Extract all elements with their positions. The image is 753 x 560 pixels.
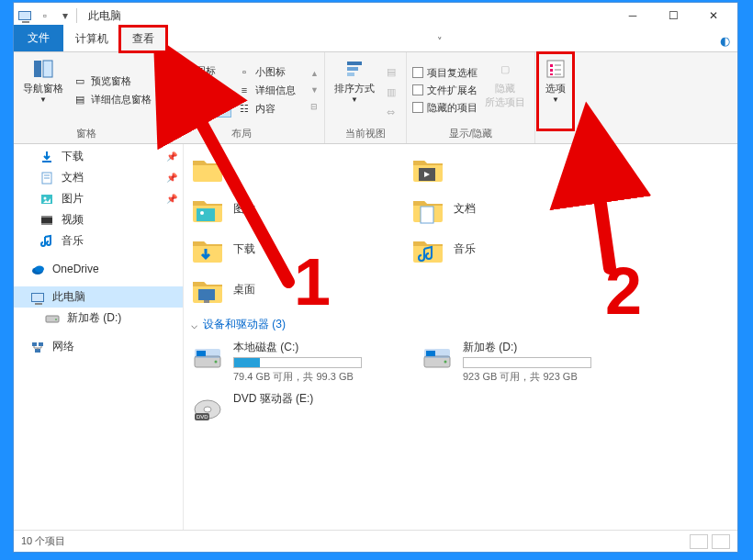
group-options: 选项 ▼	[535, 52, 576, 143]
group-label-show-hide: 显示/隐藏	[412, 124, 529, 143]
options-button[interactable]: 选项 ▼	[541, 56, 570, 127]
sidebar-item-音乐[interactable]: 音乐	[14, 230, 183, 252]
folder-item-图片[interactable]: 图片	[185, 188, 406, 229]
sort-button[interactable]: 排序方式 ▼	[331, 56, 378, 124]
group-by-button[interactable]: ▤	[382, 63, 400, 80]
tab-view[interactable]: 查看	[120, 27, 166, 51]
svg-point-22	[35, 266, 44, 273]
sidebar-item-OneDrive[interactable]: OneDrive	[14, 259, 183, 279]
separator	[76, 8, 77, 23]
checkbox-file-ext[interactable]: 文件扩展名	[412, 83, 478, 98]
tab-file[interactable]: 文件	[14, 25, 63, 51]
qat-dropdown-icon[interactable]: ▾	[58, 8, 73, 23]
pin-icon: 📌	[166, 173, 177, 183]
layout-list-button[interactable]: ☰列表	[165, 81, 231, 97]
layout-small-button[interactable]: ▫小图标	[235, 63, 307, 80]
status-text: 10 个项目	[21, 534, 65, 548]
drive-icon	[421, 340, 454, 373]
statusbar: 10 个项目	[14, 530, 737, 552]
content-area: 下载📌文档📌图片📌视频音乐OneDrive此电脑新加卷 (D:)网络 图片文档下…	[14, 144, 737, 530]
drive-usage-bar	[463, 357, 591, 368]
drive-item-DVD 驱动器 (E:)[interactable]: DVDDVD 驱动器 (E:)	[185, 387, 415, 428]
svg-rect-7	[550, 69, 553, 72]
layout-content-button[interactable]: ☷内容	[235, 100, 307, 117]
svg-rect-0	[34, 61, 41, 77]
sidebar-item-视频[interactable]: 视频	[14, 209, 183, 230]
group-label-layout: 布局	[165, 124, 319, 143]
details-pane-icon: ▤	[73, 92, 87, 106]
group-current-view: 排序方式 ▼ ▤ ▥ ⇔ 当前视图	[325, 52, 407, 143]
file-explorer-window: ▫ ▾ 此电脑 ─ ☐ ✕ 文件 计算机 查看 ˅ ◐ 导航窗格 ▼	[13, 2, 738, 553]
svg-rect-38	[197, 351, 206, 356]
layout-scroll-up-icon[interactable]: ▲	[310, 69, 319, 78]
layout-expand-icon[interactable]: ⊟	[310, 102, 319, 111]
chevron-down-icon: ⌵	[191, 319, 197, 331]
sidebar-item-此电脑[interactable]: 此电脑	[14, 286, 183, 308]
svg-point-40	[444, 361, 447, 364]
size-columns-button[interactable]: ⇔	[382, 104, 400, 120]
folder-icon	[191, 151, 224, 185]
preview-pane-button[interactable]: ▭ 预览窗格	[71, 73, 153, 89]
svg-rect-4	[347, 73, 354, 76]
nav-pane-button[interactable]: 导航窗格 ▼	[19, 56, 67, 124]
group-label-panes: 窗格	[19, 124, 153, 143]
close-button[interactable]: ✕	[693, 3, 734, 28]
devices-section-header[interactable]: ⌵设备和驱动器 (3)	[185, 309, 736, 336]
hide-icon: ▢	[494, 58, 516, 80]
folder-item-unnamed[interactable]	[185, 148, 406, 188]
details-pane-button[interactable]: ▤ 详细信息窗格	[71, 91, 153, 107]
add-columns-button[interactable]: ▥	[382, 84, 400, 100]
details-view-icon[interactable]	[690, 534, 708, 549]
sidebar-item-文档[interactable]: 文档📌	[14, 167, 183, 188]
folder-icon	[191, 232, 224, 265]
svg-rect-42	[426, 351, 435, 356]
checkbox-item-check[interactable]: 项目复选框	[412, 65, 478, 81]
folder-item-unnamed[interactable]	[406, 148, 626, 188]
large-icons-view-icon[interactable]	[712, 534, 730, 549]
layout-details-button[interactable]: ≡详细信息	[235, 82, 307, 98]
view-mode-icons	[690, 534, 730, 549]
svg-rect-12	[42, 161, 51, 162]
maximize-button[interactable]: ☐	[653, 3, 693, 28]
layout-tile-button[interactable]: ▭平铺	[165, 99, 231, 118]
window-title: 此电脑	[88, 8, 121, 24]
folder-item-文档[interactable]: 文档	[406, 188, 626, 229]
folder-icon	[411, 151, 444, 185]
main-content[interactable]: 图片文档下载音乐桌面⌵设备和驱动器 (3)本地磁盘 (C:)79.4 GB 可用…	[184, 144, 737, 530]
ribbon-tabs: 文件 计算机 查看 ˅ ◐	[14, 28, 737, 52]
nav-pane-icon	[32, 58, 54, 80]
svg-rect-34	[204, 300, 209, 303]
group-show-hide: 项目复选框 文件扩展名 隐藏的项目 ▢ 隐藏 所选项目 显示/隐藏	[407, 52, 535, 143]
layout-medium-button[interactable]: ▦中图标	[165, 62, 231, 79]
group-label-current-view: 当前视图	[331, 124, 400, 143]
folder-item-音乐[interactable]: 音乐	[406, 229, 626, 269]
checkbox-hidden-items[interactable]: 隐藏的项目	[412, 100, 478, 116]
sidebar-item-图片[interactable]: 图片📌	[14, 188, 183, 209]
pc-icon	[30, 290, 45, 305]
drive-item-本地磁盘 (C:)[interactable]: 本地磁盘 (C:)79.4 GB 可用，共 99.3 GB	[185, 336, 415, 387]
folder-item-桌面[interactable]: 桌面	[185, 269, 406, 309]
tab-computer[interactable]: 计算机	[63, 27, 120, 51]
pin-icon: 📌	[166, 194, 177, 204]
layout-scroll-down-icon[interactable]: ▼	[310, 85, 319, 95]
svg-rect-6	[550, 64, 553, 67]
minimize-button[interactable]: ─	[613, 3, 653, 28]
drive-item-新加卷 (D:)[interactable]: 新加卷 (D:)923 GB 可用，共 923 GB	[415, 336, 645, 387]
svg-rect-23	[46, 316, 59, 322]
navigation-sidebar[interactable]: 下载📌文档📌图片📌视频音乐OneDrive此电脑新加卷 (D:)网络	[14, 144, 184, 530]
properties-icon[interactable]: ▫	[38, 8, 52, 23]
sidebar-item-下载[interactable]: 下载📌	[14, 146, 183, 167]
minimize-ribbon-icon[interactable]: ˅	[432, 32, 448, 51]
music-icon	[39, 234, 54, 249]
sidebar-item-新加卷 (D:)[interactable]: 新加卷 (D:)	[14, 308, 183, 329]
svg-rect-30	[197, 208, 215, 221]
sidebar-item-网络[interactable]: 网络	[14, 336, 183, 357]
help-icon[interactable]: ◐	[713, 30, 737, 51]
hide-selected-button[interactable]: ▢ 隐藏 所选项目	[481, 56, 529, 124]
svg-rect-8	[550, 73, 553, 75]
folder-icon	[411, 232, 444, 265]
folder-icon	[191, 192, 224, 225]
svg-point-31	[200, 211, 204, 215]
folder-item-下载[interactable]: 下载	[185, 229, 406, 269]
pc-icon	[17, 8, 32, 23]
